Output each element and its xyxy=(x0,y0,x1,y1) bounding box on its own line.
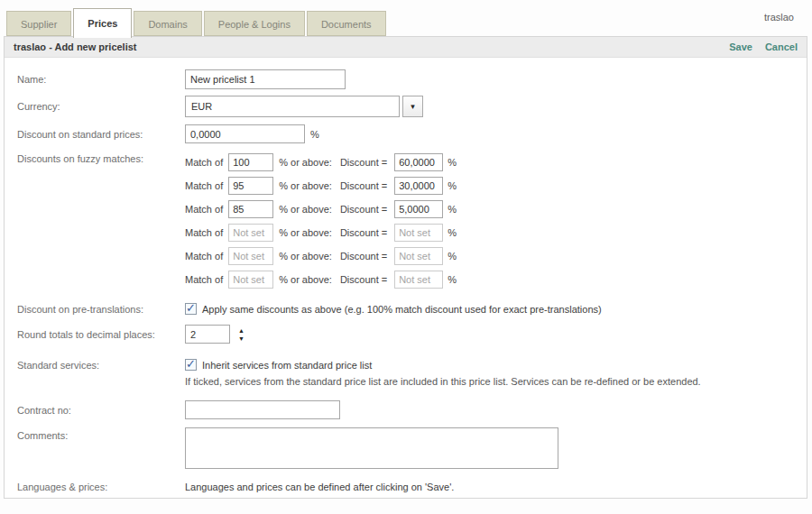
standard-discount-label: Discount on standard prices: xyxy=(17,129,185,140)
fuzzy-row: Match of % or above: Discount = % xyxy=(185,197,457,221)
contract-input[interactable] xyxy=(185,400,340,419)
or-above-label: % or above: xyxy=(279,274,332,285)
standard-services-row: Standard services: ✓ Inherit services fr… xyxy=(17,359,807,371)
fuzzy-row: Match of % or above: Discount = % xyxy=(185,221,457,244)
languages-label: Languages & prices: xyxy=(17,482,185,492)
chevron-down-icon: ▾ xyxy=(411,103,415,111)
checkbox-check-icon: ✓ xyxy=(186,357,196,371)
standard-discount-input[interactable] xyxy=(185,124,305,143)
languages-row: Languages & prices: Languages and prices… xyxy=(17,482,807,492)
match-of-label: Match of xyxy=(185,251,223,262)
match-of-label: Match of xyxy=(185,227,223,238)
percent-sign: % xyxy=(448,204,457,215)
percent-sign: % xyxy=(448,180,457,191)
discount-eq-label: Discount = xyxy=(340,227,387,238)
comments-row: Comments: xyxy=(17,427,807,469)
comments-textarea[interactable] xyxy=(185,427,558,469)
fuzzy-row: Match of % or above: Discount = % xyxy=(185,244,457,268)
fuzzy-matches-label: Discounts on fuzzy matches: xyxy=(17,151,185,164)
pretranslations-row: Discount on pre-translations: ✓ Apply sa… xyxy=(17,303,807,315)
percent-sign: % xyxy=(448,274,457,285)
standard-services-label: Standard services: xyxy=(17,360,185,371)
inherit-services-text: Inherit services from standard price lis… xyxy=(202,360,372,371)
pricelist-panel: traslao - Add new pricelist Save Cancel … xyxy=(4,36,807,499)
fuzzy-matches-row: Discounts on fuzzy matches: Match of % o… xyxy=(17,151,807,291)
tab-people-logins[interactable]: People & Logins xyxy=(204,11,305,36)
match-input[interactable] xyxy=(228,177,273,195)
name-row: Name: xyxy=(17,69,807,89)
decimal-places-stepper: ▲ ▼ xyxy=(238,327,245,342)
fuzzy-row: Match of % or above: Discount = % xyxy=(185,151,457,174)
percent-sign: % xyxy=(448,227,457,238)
titlebar: traslao - Add new pricelist Save Cancel xyxy=(5,37,807,58)
name-input[interactable] xyxy=(185,69,346,89)
percent-sign: % xyxy=(448,157,457,168)
save-button[interactable]: Save xyxy=(729,41,752,52)
tab-domains[interactable]: Domains xyxy=(134,11,201,36)
page-title: traslao - Add new pricelist xyxy=(14,41,137,52)
round-totals-row: Round totals to decimal places: ▲ ▼ xyxy=(17,325,807,344)
currency-value[interactable]: EUR xyxy=(185,96,400,117)
match-input[interactable] xyxy=(228,271,273,289)
or-above-label: % or above: xyxy=(279,180,332,191)
match-input[interactable] xyxy=(228,153,273,171)
currency-label: Currency: xyxy=(17,101,185,112)
decimal-places-input[interactable] xyxy=(185,325,230,344)
fuzzy-rows: Match of % or above: Discount = % Match … xyxy=(185,151,457,291)
match-input[interactable] xyxy=(228,200,273,218)
cancel-button[interactable]: Cancel xyxy=(765,41,798,52)
match-of-label: Match of xyxy=(185,157,223,168)
pretranslations-label: Discount on pre-translations: xyxy=(17,304,185,315)
or-above-label: % or above: xyxy=(279,227,332,238)
discount-input[interactable] xyxy=(394,200,443,218)
currency-dropdown-button[interactable]: ▾ xyxy=(402,96,423,117)
apply-discounts-text: Apply same discounts as above (e.g. 100%… xyxy=(202,304,602,315)
discount-eq-label: Discount = xyxy=(340,274,387,285)
currency-select: EUR ▾ xyxy=(185,96,423,117)
discount-input[interactable] xyxy=(394,177,443,195)
discount-eq-label: Discount = xyxy=(340,251,387,262)
or-above-label: % or above: xyxy=(279,157,332,168)
match-of-label: Match of xyxy=(185,204,223,215)
stepper-up-icon[interactable]: ▲ xyxy=(238,327,245,334)
match-input[interactable] xyxy=(228,224,273,242)
standard-services-block: Standard services: ✓ Inherit services fr… xyxy=(17,359,807,387)
match-of-label: Match of xyxy=(185,180,223,191)
discount-eq-label: Discount = xyxy=(340,204,387,215)
round-totals-label: Round totals to decimal places: xyxy=(17,329,185,340)
stepper-down-icon[interactable]: ▼ xyxy=(238,335,245,342)
or-above-label: % or above: xyxy=(279,251,332,262)
match-input[interactable] xyxy=(228,247,273,265)
tab-prices[interactable]: Prices xyxy=(73,8,132,38)
contract-label: Contract no: xyxy=(17,405,185,416)
fuzzy-row: Match of % or above: Discount = % xyxy=(185,268,457,291)
user-label: traslao xyxy=(764,12,794,23)
inherit-services-checkbox[interactable]: ✓ xyxy=(185,359,197,371)
apply-discounts-checkbox[interactable]: ✓ xyxy=(185,303,197,315)
name-label: Name: xyxy=(17,74,185,85)
tab-bar: Supplier Prices Domains People & Logins … xyxy=(6,8,388,36)
discount-input[interactable] xyxy=(394,153,443,171)
percent-sign: % xyxy=(448,251,457,262)
tab-supplier[interactable]: Supplier xyxy=(6,11,71,36)
standard-discount-row: Discount on standard prices: % xyxy=(17,124,807,143)
match-of-label: Match of xyxy=(185,274,223,285)
contract-row: Contract no: xyxy=(17,400,807,419)
discount-input[interactable] xyxy=(394,271,443,289)
tab-documents[interactable]: Documents xyxy=(307,11,386,36)
or-above-label: % or above: xyxy=(279,204,332,215)
services-note: If ticked, services from the standard pr… xyxy=(185,376,807,387)
currency-row: Currency: EUR ▾ xyxy=(17,96,807,117)
add-pricelist-form: Name: Currency: EUR ▾ Discount on standa… xyxy=(5,58,807,492)
percent-sign: % xyxy=(310,129,319,140)
discount-eq-label: Discount = xyxy=(340,180,387,191)
discount-input[interactable] xyxy=(394,247,443,265)
discount-input[interactable] xyxy=(394,224,443,242)
discount-eq-label: Discount = xyxy=(340,157,387,168)
comments-label: Comments: xyxy=(17,427,185,441)
languages-text: Languages and prices can be defined afte… xyxy=(185,482,454,492)
checkbox-check-icon: ✓ xyxy=(186,301,196,315)
fuzzy-row: Match of % or above: Discount = % xyxy=(185,174,457,197)
